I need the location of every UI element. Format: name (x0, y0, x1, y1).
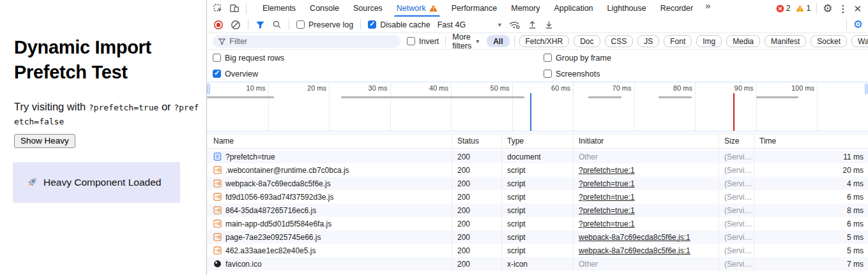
chip-all[interactable]: All (487, 35, 509, 47)
checkbox-unchecked[interactable] (407, 37, 415, 45)
search-icon[interactable] (272, 20, 282, 29)
close-devtools-icon[interactable]: ✕ (853, 4, 862, 13)
kebab-menu-icon[interactable]: ⋮ (838, 4, 848, 13)
more-filters-button[interactable]: More filters ▾ (452, 33, 479, 50)
tab-application[interactable]: Application (547, 0, 600, 17)
filter-input[interactable] (229, 37, 395, 46)
checkbox-unchecked[interactable] (544, 70, 552, 78)
request-table-header: Name Status Type Initiator Size Time (207, 133, 868, 149)
divider (514, 36, 515, 47)
chip-font[interactable]: Font (664, 35, 692, 47)
network-settings-gear-icon[interactable]: ⚙ (853, 19, 863, 30)
device-toolbar-icon[interactable] (229, 3, 240, 13)
column-header-status[interactable]: Status (452, 134, 501, 148)
invert-checkbox[interactable]: Invert (407, 37, 439, 46)
column-header-initiator[interactable]: Initiator (573, 134, 719, 148)
tab-sources[interactable]: Sources (346, 0, 390, 17)
screenshots-checkbox[interactable]: Screenshots (544, 70, 600, 78)
request-row[interactable]: favicon.ico 200 x-icon Other (Servi… 7 m… (207, 257, 868, 271)
chip-fetch-xhr[interactable]: Fetch/XHR (519, 35, 570, 47)
initiator-link[interactable]: webpack-8a7c69ecda8c5f6e.js:1 (579, 233, 690, 242)
column-header-type[interactable]: Type (501, 134, 573, 148)
column-header-size[interactable]: Size (719, 134, 754, 148)
overview-gridline (817, 82, 818, 131)
warning-icon (796, 4, 804, 12)
error-icon (776, 4, 784, 13)
devtools-tabbar: Elements Console Sources Network Perform… (207, 0, 868, 17)
right-overview-grip[interactable] (865, 84, 868, 94)
request-row[interactable]: main-app-dd5d01d5f584e6fa.js 200 script … (207, 217, 868, 230)
export-har-icon[interactable] (544, 20, 554, 30)
chip-doc[interactable]: Doc (574, 35, 600, 47)
script-icon (213, 206, 222, 214)
disable-cache-checkbox[interactable]: Disable cache (368, 20, 430, 29)
chip-socket[interactable]: Socket (811, 35, 847, 47)
script-icon (213, 219, 222, 228)
tab-network[interactable]: Network (390, 0, 445, 17)
filter-input-pill[interactable] (213, 35, 400, 48)
tab-memory[interactable]: Memory (504, 0, 547, 17)
request-row[interactable]: .webcontainer@runtime.cb7c0bca.js 200 sc… (207, 163, 868, 177)
preserve-log-checkbox[interactable]: Preserve log (296, 20, 353, 29)
initiator-link[interactable]: ?prefetch=true:1 (579, 193, 635, 202)
overview-tick-label: 30 ms (348, 84, 388, 92)
checkbox-checked[interactable] (368, 20, 376, 29)
tab-elements[interactable]: Elements (255, 0, 303, 17)
inspect-element-icon[interactable] (213, 3, 223, 13)
overview-tick-label: 70 ms (592, 84, 632, 92)
initiator-link[interactable]: ?prefetch=true:1 (579, 179, 635, 188)
network-overview[interactable]: 10 ms20 ms30 ms40 ms50 ms60 ms70 ms80 ms… (207, 82, 868, 131)
import-har-icon[interactable] (528, 20, 537, 30)
checkbox-unchecked[interactable] (544, 54, 552, 62)
checkbox-unchecked[interactable] (213, 54, 221, 62)
console-warning-badge[interactable]: 1 (796, 4, 811, 13)
request-row[interactable]: fd9d1056-693ad74f37592d3e.js 200 script … (207, 190, 868, 204)
chip-css[interactable]: CSS (605, 35, 634, 47)
tab-lighthouse[interactable]: Lighthouse (600, 0, 653, 17)
document-icon (213, 152, 222, 161)
settings-gear-icon[interactable]: ⚙ (823, 3, 832, 14)
domcontentloaded-event-line (530, 93, 531, 131)
big-request-rows-checkbox[interactable]: Big request rows (213, 54, 284, 63)
chip-media[interactable]: Media (726, 35, 760, 47)
record-network-log-icon[interactable] (213, 20, 224, 30)
chip-img[interactable]: Img (696, 35, 722, 47)
chip-manifest[interactable]: Manifest (765, 35, 806, 47)
group-by-frame-checkbox[interactable]: Group by frame (544, 54, 611, 63)
throttling-select[interactable]: Fast 4G ▾ (438, 20, 501, 29)
chip-wasm[interactable]: Wasm (851, 35, 868, 47)
column-header-name[interactable]: Name (207, 134, 452, 148)
filter-toggle-icon[interactable] (255, 20, 265, 29)
request-row[interactable]: webpack-8a7c69ecda8c5f6e.js 200 script ?… (207, 177, 868, 190)
request-row[interactable]: ?prefetch=true 200 document Other (Servi… (207, 150, 868, 163)
tab-performance[interactable]: Performance (445, 0, 505, 17)
overview-gridline (695, 82, 696, 131)
tab-console[interactable]: Console (303, 0, 346, 17)
show-heavy-button[interactable]: Show Heavy (14, 134, 75, 148)
checkbox-checked[interactable] (213, 70, 221, 78)
tab-recorder[interactable]: Recorder (653, 0, 700, 17)
request-row[interactable]: 864-35da487265716ec6.js 200 script ?pref… (207, 204, 868, 217)
overview-gridline (390, 82, 391, 131)
column-header-time[interactable]: Time (754, 134, 868, 148)
request-row[interactable]: page-7ae23e0925745e66.js 200 script webp… (207, 230, 868, 244)
overview-tick-label: 100 ms (775, 84, 814, 92)
script-icon (213, 246, 222, 255)
initiator-link[interactable]: webpack-8a7c69ecda8c5f6e.js:1 (579, 246, 690, 255)
initiator-link[interactable]: ?prefetch=true:1 (579, 219, 635, 228)
request-row[interactable]: 462.a33aae1ec82e40e5.js 200 script webpa… (207, 244, 868, 257)
overview-tick-label: 50 ms (470, 84, 510, 92)
checkbox-unchecked[interactable] (296, 20, 305, 29)
initiator-link[interactable]: ?prefetch=true:1 (579, 166, 635, 175)
network-conditions-icon[interactable] (508, 20, 521, 30)
more-tabs-button[interactable]: » (700, 0, 715, 17)
console-error-badge[interactable]: 2 (776, 4, 791, 13)
clear-network-log-icon[interactable] (231, 20, 241, 30)
code-prefetch-true: ?prefetch=true (89, 103, 159, 112)
left-overview-grip[interactable] (207, 84, 210, 94)
initiator-link[interactable]: ?prefetch=true:1 (579, 206, 635, 215)
overview-checkbox[interactable]: Overview (213, 70, 258, 78)
request-type-chips: All Fetch/XHR Doc CSS JS Font Img Media … (487, 35, 868, 47)
chip-js[interactable]: JS (637, 35, 659, 47)
divider (846, 19, 847, 30)
